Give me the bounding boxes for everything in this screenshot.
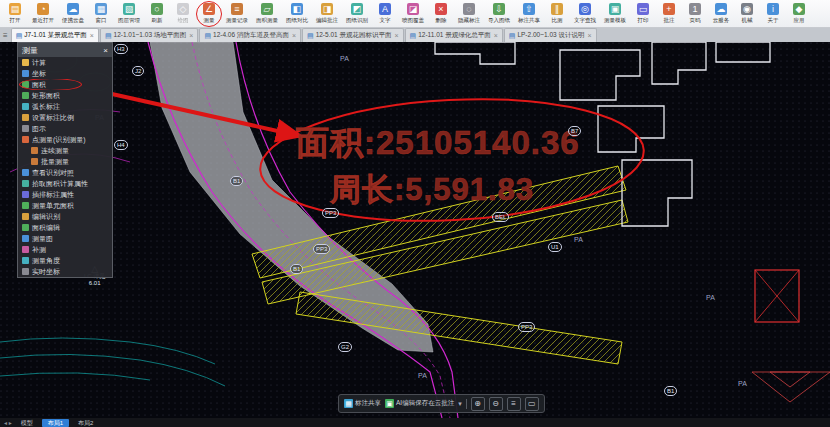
measure-tool-item[interactable]: 补测 [18,244,112,255]
toolbar-icon: ◎ [579,3,591,15]
area-value-text: 面积:25105140.36 [295,124,580,161]
bottom-toolbar-group[interactable]: ▦ 标注共享 [344,399,381,408]
canvas-area[interactable]: 面积:25105140.36 周长:5,591.83 H3J2H4PAPAB7B… [0,42,830,418]
measure-panel-header[interactable]: 测量 × [18,43,112,57]
toolbar-button[interactable]: ◉ 机械 [734,2,760,26]
bottom-toolbar-button[interactable]: ⊕ [471,397,485,411]
toolbar-button[interactable]: ◆ 应用 [786,2,812,26]
tool-icon [22,114,29,121]
layout-tab[interactable]: 模型 [15,419,39,427]
toolbar-button[interactable]: ⇩ 导入图纸 [484,2,514,26]
tab-close-icon[interactable]: × [587,32,591,39]
measure-tool-item[interactable]: 插排标注属性 [18,189,112,200]
toolbar-button-label: 测量模板 [604,16,626,24]
bottom-toolbar-button[interactable]: ⊖ [489,397,503,411]
bottom-toolbar-button[interactable]: ≡ [507,397,521,411]
toolbar-icon: ◔ [37,3,49,15]
toolbar-button[interactable]: ∠ 测量 [196,2,222,26]
measure-tool-item[interactable]: 面积 [18,79,112,90]
toolbar-button-label: 喷图覆盖 [402,16,424,24]
canvas-label: PA [706,294,715,301]
toolbar-icon: A [379,3,391,15]
toolbar-button[interactable]: ☁ 便携云盘 [58,2,88,26]
toolbar-icon: ☁ [67,3,79,15]
toolbar-button[interactable]: + 批注 [656,2,682,26]
bottom-toolbar-button[interactable]: ▭ [525,397,539,411]
measure-tool-item[interactable]: 拾取面积计算属性 [18,178,112,189]
measure-tool-item[interactable]: 批量测量 [18,156,112,167]
toolbar-button[interactable]: ▦ 窗口 [88,2,114,26]
group-icon: ▦ [344,399,353,408]
layout-tab[interactable]: 布局1 [42,419,69,427]
measure-tool-item[interactable]: 坐标 [18,68,112,79]
tool-icon [22,180,29,187]
drawing-tab[interactable]: ▤ 12-5.01 景观花园标识平面 × [302,28,404,42]
drawing-tab[interactable]: ▤ 12-4.06 消防车道及登高面 × [199,28,301,42]
measure-tool-item[interactable]: 测量图 [18,233,112,244]
sheet-nav-icons[interactable]: ◂ ▸ [4,419,12,426]
drawing-canvas[interactable]: 面积:25105140.36 周长:5,591.83 [0,42,830,418]
drawing-tab[interactable]: ▤ 12-1.01~1.03 场地平面图 × [100,28,199,42]
dropdown-caret-icon[interactable]: ▾ [458,400,462,408]
tab-menu-icon[interactable]: ≡ [3,31,8,40]
measure-tool-item[interactable]: 测量角度 [18,255,112,266]
toolbar-button[interactable]: 1 页码 [682,2,708,26]
drawing-tab[interactable]: ▤ LP-2.00~1.03 设计说明 × [504,28,597,42]
measure-tool-item[interactable]: 连续测量 [18,145,112,156]
drawing-tab-label: J7-1.01 某景观总平面 [24,31,87,40]
toolbar-button[interactable]: ◩ 图纸识别 [342,2,372,26]
tool-label: 点测量(识别测量) [32,135,86,145]
tool-label: 坐标 [32,69,46,79]
tool-label: 实时坐标 [32,267,60,277]
toolbar-icon: + [663,3,675,15]
toolbar-button-label: 测量记录 [226,16,248,24]
toolbar-button[interactable]: ◧ 图纸对比 [282,2,312,26]
toolbar-button[interactable]: ▧ 图层管理 [114,2,144,26]
measure-tool-item[interactable]: 设置标注比例 [18,112,112,123]
toolbar-button[interactable]: ◌ 隐藏标注 [454,2,484,26]
tab-close-icon[interactable]: × [394,32,398,39]
tab-close-icon[interactable]: × [189,32,193,39]
drawing-tab[interactable]: ▤ J7-1.01 某景观总平面 × [11,28,99,42]
measure-tool-item[interactable]: 弧长标注 [18,101,112,112]
toolbar-button-label: 窗口 [95,16,106,24]
drawing-tab-label: LP-2.00~1.03 设计说明 [517,31,584,40]
toolbar-button[interactable]: ∥ 比测 [544,2,570,26]
toolbar-button[interactable]: ◎ 文字查找 [570,2,600,26]
toolbar-button[interactable]: × 删除 [428,2,454,26]
toolbar-button[interactable]: ☁ 云服务 [708,2,734,26]
toolbar-button[interactable]: ○ 刷新 [144,2,170,26]
measure-tool-item[interactable]: 测量单元面积 [18,200,112,211]
toolbar-button[interactable]: ▣ 测量模板 [600,2,630,26]
toolbar-button[interactable]: ◪ 喷图覆盖 [398,2,428,26]
tool-label: 连续测量 [41,146,69,156]
bottom-toolbar-group[interactable]: ▣ AI编辑保存在云批注 [385,399,454,408]
tab-close-icon[interactable]: × [90,32,94,39]
tool-label: 设置标注比例 [32,113,74,123]
toolbar-button[interactable]: A 文字 [372,2,398,26]
tab-close-icon[interactable]: × [292,32,296,39]
measure-tool-item[interactable]: 图示 [18,123,112,134]
toolbar-button[interactable]: ≡ 测量记录 [222,2,252,26]
measure-tool-item[interactable]: 计算 [18,57,112,68]
measure-tool-item[interactable]: 查看识别对照 [18,167,112,178]
measure-tool-item[interactable]: 点测量(识别测量) [18,134,112,145]
toolbar-button[interactable]: ▤ 打开 [2,2,28,26]
drawing-tab-label: 12-4.06 消防车道及登高面 [213,31,289,40]
measure-tool-item[interactable]: 实时坐标 [18,266,112,277]
drawing-tab[interactable]: ▤ 12-11.01 景观绿化总平面 × [405,28,503,42]
toolbar-button[interactable]: i 关于 [760,2,786,26]
measure-tool-item[interactable]: 编辑识别 [18,211,112,222]
tab-close-icon[interactable]: × [494,32,498,39]
toolbar-button[interactable]: ◇ 绘图 [170,2,196,26]
measure-tool-item[interactable]: 矩形面积 [18,90,112,101]
toolbar-button[interactable]: ▭ 打印 [630,2,656,26]
tool-label: 计算 [32,58,46,68]
toolbar-button[interactable]: ◨ 编辑批注 [312,2,342,26]
panel-close-icon[interactable]: × [103,46,108,55]
layout-tab[interactable]: 布局2 [72,419,99,427]
toolbar-button[interactable]: ◔ 最近打开 [28,2,58,26]
toolbar-button[interactable]: ⇧ 标注共享 [514,2,544,26]
toolbar-button[interactable]: ▱ 面积测量 [252,2,282,26]
measure-tool-item[interactable]: 面积编辑 [18,222,112,233]
